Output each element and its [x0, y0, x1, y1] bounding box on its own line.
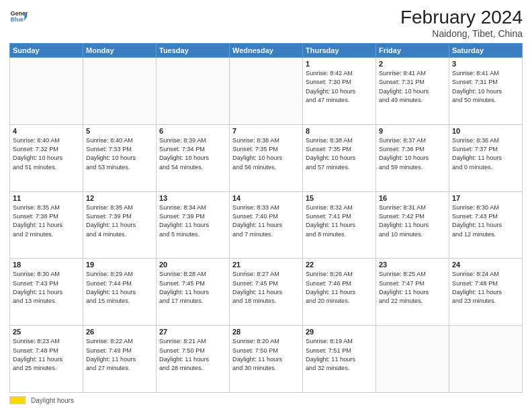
day-info: Sunrise: 8:38 AM Sunset: 7:35 PM Dayligh… [306, 136, 373, 172]
day-info: Sunrise: 8:37 AM Sunset: 7:36 PM Dayligh… [379, 136, 446, 172]
calendar-week-row: 25Sunrise: 8:23 AM Sunset: 7:48 PM Dayli… [10, 326, 523, 393]
subtitle: Naidong, Tibet, China [400, 28, 523, 39]
day-info: Sunrise: 8:34 AM Sunset: 7:39 PM Dayligh… [159, 203, 226, 239]
page: General Blue February 2024 Naidong, Tibe… [0, 0, 532, 411]
day-number: 19 [86, 261, 153, 269]
calendar-cell: 29Sunrise: 8:19 AM Sunset: 7:51 PM Dayli… [303, 326, 376, 393]
day-number: 22 [306, 261, 373, 269]
calendar-week-row: 1Sunrise: 8:42 AM Sunset: 7:30 PM Daylig… [10, 58, 523, 125]
calendar-cell: 24Sunrise: 8:24 AM Sunset: 7:48 PM Dayli… [449, 259, 523, 326]
day-info: Sunrise: 8:36 AM Sunset: 7:37 PM Dayligh… [452, 136, 519, 172]
calendar-cell: 22Sunrise: 8:26 AM Sunset: 7:46 PM Dayli… [303, 259, 376, 326]
day-number: 28 [232, 328, 300, 336]
day-number: 29 [306, 328, 373, 336]
day-number: 17 [452, 194, 519, 202]
day-number: 13 [159, 194, 226, 202]
calendar-cell [230, 58, 303, 125]
day-number: 16 [379, 194, 446, 202]
calendar-day-header: Thursday [303, 44, 376, 58]
day-number: 24 [452, 261, 519, 269]
footer: Daylight hours [9, 396, 523, 404]
calendar-week-row: 18Sunrise: 8:30 AM Sunset: 7:43 PM Dayli… [10, 259, 523, 326]
calendar-cell: 8Sunrise: 8:38 AM Sunset: 7:35 PM Daylig… [303, 124, 376, 191]
day-number: 18 [13, 261, 80, 269]
day-info: Sunrise: 8:39 AM Sunset: 7:34 PM Dayligh… [159, 136, 226, 172]
calendar-cell: 21Sunrise: 8:27 AM Sunset: 7:45 PM Dayli… [230, 259, 303, 326]
day-info: Sunrise: 8:32 AM Sunset: 7:41 PM Dayligh… [306, 203, 373, 239]
daylight-label: Daylight hours [31, 397, 74, 404]
calendar-cell [376, 326, 449, 393]
calendar-cell: 2Sunrise: 8:41 AM Sunset: 7:31 PM Daylig… [376, 58, 449, 125]
calendar-cell: 16Sunrise: 8:31 AM Sunset: 7:42 PM Dayli… [376, 191, 449, 259]
calendar-cell: 5Sunrise: 8:40 AM Sunset: 7:33 PM Daylig… [83, 124, 157, 191]
calendar-cell: 1Sunrise: 8:42 AM Sunset: 7:30 PM Daylig… [303, 58, 376, 125]
calendar-cell: 27Sunrise: 8:21 AM Sunset: 7:50 PM Dayli… [157, 326, 230, 393]
calendar-cell: 18Sunrise: 8:30 AM Sunset: 7:43 PM Dayli… [10, 259, 83, 326]
day-info: Sunrise: 8:20 AM Sunset: 7:50 PM Dayligh… [232, 337, 300, 373]
day-number: 25 [13, 328, 80, 336]
calendar-cell: 3Sunrise: 8:41 AM Sunset: 7:31 PM Daylig… [449, 58, 523, 125]
calendar-cell: 4Sunrise: 8:40 AM Sunset: 7:32 PM Daylig… [10, 124, 83, 191]
calendar-day-header: Sunday [10, 44, 83, 58]
calendar-cell: 7Sunrise: 8:38 AM Sunset: 7:35 PM Daylig… [230, 124, 303, 191]
day-number: 21 [232, 261, 300, 269]
calendar-cell: 15Sunrise: 8:32 AM Sunset: 7:41 PM Dayli… [303, 191, 376, 259]
day-info: Sunrise: 8:38 AM Sunset: 7:35 PM Dayligh… [232, 136, 300, 172]
calendar-day-header: Tuesday [157, 44, 230, 58]
day-number: 5 [86, 127, 153, 135]
day-number: 26 [86, 328, 153, 336]
calendar-cell [83, 58, 157, 125]
calendar-cell: 28Sunrise: 8:20 AM Sunset: 7:50 PM Dayli… [230, 326, 303, 393]
day-number: 2 [379, 60, 446, 68]
calendar-header-row: SundayMondayTuesdayWednesdayThursdayFrid… [10, 44, 523, 58]
day-info: Sunrise: 8:35 AM Sunset: 7:38 PM Dayligh… [13, 203, 80, 239]
day-info: Sunrise: 8:25 AM Sunset: 7:47 PM Dayligh… [379, 270, 446, 306]
day-info: Sunrise: 8:33 AM Sunset: 7:40 PM Dayligh… [232, 203, 300, 239]
day-number: 4 [13, 127, 80, 135]
day-info: Sunrise: 8:23 AM Sunset: 7:48 PM Dayligh… [13, 337, 80, 373]
calendar-cell: 11Sunrise: 8:35 AM Sunset: 7:38 PM Dayli… [10, 191, 83, 259]
svg-text:Blue: Blue [10, 16, 24, 23]
day-number: 1 [306, 60, 373, 68]
calendar-cell: 20Sunrise: 8:28 AM Sunset: 7:45 PM Dayli… [157, 259, 230, 326]
day-info: Sunrise: 8:35 AM Sunset: 7:39 PM Dayligh… [86, 203, 153, 239]
day-number: 14 [232, 194, 300, 202]
calendar-body: 1Sunrise: 8:42 AM Sunset: 7:30 PM Daylig… [10, 58, 523, 393]
day-number: 10 [452, 127, 519, 135]
calendar-week-row: 11Sunrise: 8:35 AM Sunset: 7:38 PM Dayli… [10, 191, 523, 259]
calendar-cell: 19Sunrise: 8:29 AM Sunset: 7:44 PM Dayli… [83, 259, 157, 326]
calendar-cell [449, 326, 523, 393]
day-info: Sunrise: 8:40 AM Sunset: 7:33 PM Dayligh… [86, 136, 153, 172]
calendar-cell: 14Sunrise: 8:33 AM Sunset: 7:40 PM Dayli… [230, 191, 303, 259]
day-number: 11 [13, 194, 80, 202]
day-info: Sunrise: 8:24 AM Sunset: 7:48 PM Dayligh… [452, 270, 519, 306]
calendar-cell: 17Sunrise: 8:30 AM Sunset: 7:43 PM Dayli… [449, 191, 523, 259]
logo: General Blue [9, 7, 28, 26]
day-number: 7 [232, 127, 300, 135]
calendar-cell: 25Sunrise: 8:23 AM Sunset: 7:48 PM Dayli… [10, 326, 83, 393]
day-number: 15 [306, 194, 373, 202]
calendar-table: SundayMondayTuesdayWednesdayThursdayFrid… [9, 43, 523, 393]
calendar-cell: 6Sunrise: 8:39 AM Sunset: 7:34 PM Daylig… [157, 124, 230, 191]
calendar-cell [10, 58, 83, 125]
day-info: Sunrise: 8:22 AM Sunset: 7:49 PM Dayligh… [86, 337, 153, 373]
day-info: Sunrise: 8:19 AM Sunset: 7:51 PM Dayligh… [306, 337, 373, 373]
calendar-cell: 13Sunrise: 8:34 AM Sunset: 7:39 PM Dayli… [157, 191, 230, 259]
calendar-cell [157, 58, 230, 125]
calendar-cell: 26Sunrise: 8:22 AM Sunset: 7:49 PM Dayli… [83, 326, 157, 393]
day-info: Sunrise: 8:26 AM Sunset: 7:46 PM Dayligh… [306, 270, 373, 306]
calendar-day-header: Wednesday [230, 44, 303, 58]
day-number: 3 [452, 60, 519, 68]
day-info: Sunrise: 8:41 AM Sunset: 7:31 PM Dayligh… [379, 69, 446, 105]
calendar-day-header: Friday [376, 44, 449, 58]
calendar-cell: 23Sunrise: 8:25 AM Sunset: 7:47 PM Dayli… [376, 259, 449, 326]
calendar-day-header: Saturday [449, 44, 523, 58]
day-info: Sunrise: 8:42 AM Sunset: 7:30 PM Dayligh… [306, 69, 373, 105]
day-info: Sunrise: 8:27 AM Sunset: 7:45 PM Dayligh… [232, 270, 300, 306]
day-number: 23 [379, 261, 446, 269]
day-info: Sunrise: 8:28 AM Sunset: 7:45 PM Dayligh… [159, 270, 226, 306]
day-info: Sunrise: 8:40 AM Sunset: 7:32 PM Dayligh… [13, 136, 80, 172]
day-info: Sunrise: 8:41 AM Sunset: 7:31 PM Dayligh… [452, 69, 519, 105]
calendar-cell: 9Sunrise: 8:37 AM Sunset: 7:36 PM Daylig… [376, 124, 449, 191]
logo-icon: General Blue [9, 7, 28, 26]
